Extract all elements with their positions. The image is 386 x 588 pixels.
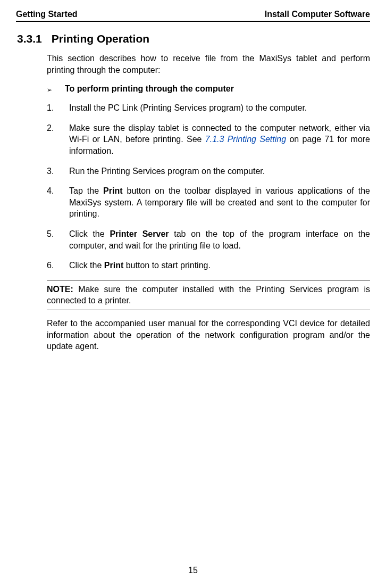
list-item: 5. Click the Printer Server tab on the t… [47, 228, 370, 251]
list-number: 6. [47, 260, 69, 271]
subheading-text: To perform printing through the computer [65, 84, 234, 94]
note-label: NOTE: [47, 285, 73, 294]
list-number: 2. [47, 122, 69, 157]
header-left: Getting Started [16, 10, 78, 19]
list-body: Tap the Print button on the toolbar disp… [69, 185, 370, 220]
list-body: Click the Print button to start printing… [69, 260, 370, 271]
bold-term: Print [104, 261, 123, 270]
closing-paragraph: Refer to the accompanied user manual for… [47, 318, 370, 352]
ordered-list: 1. Install the PC Link (Printing Service… [47, 102, 370, 271]
list-number: 3. [47, 165, 69, 177]
list-body: Install the PC Link (Printing Services p… [69, 102, 370, 114]
section-heading: 3.3.1Printing Operation [17, 32, 370, 45]
list-item: 1. Install the PC Link (Printing Service… [47, 102, 370, 114]
list-number: 5. [47, 228, 69, 251]
list-body: Make sure the display tablet is connecte… [69, 122, 370, 157]
intro-paragraph: This section describes how to receive fi… [47, 53, 370, 76]
list-body: Run the Printing Services program on the… [69, 165, 370, 177]
section-title: Printing Operation [52, 32, 149, 45]
list-item: 2. Make sure the display tablet is conne… [47, 122, 370, 157]
page-number: 15 [0, 566, 386, 575]
list-body: Click the Printer Server tab on the top … [69, 228, 370, 251]
list-number: 1. [47, 102, 69, 114]
section-number: 3.3.1 [17, 32, 42, 45]
note-block: NOTE: Make sure the computer installed w… [47, 280, 370, 310]
header-right: Install Computer Software [265, 10, 370, 19]
list-item: 6. Click the Print button to start print… [47, 260, 370, 271]
list-number: 4. [47, 185, 69, 220]
subheading-row: ➢ To perform printing through the comput… [47, 84, 370, 94]
arrow-icon: ➢ [47, 86, 52, 94]
page-header: Getting Started Install Computer Softwar… [16, 10, 370, 22]
bold-term: Printer Server [110, 229, 169, 238]
list-item: 3. Run the Printing Services program on … [47, 165, 370, 177]
cross-reference-link[interactable]: 7.1.3 Printing Setting [205, 135, 286, 144]
note-text: Make sure the computer installed with th… [47, 285, 370, 305]
list-item: 4. Tap the Print button on the toolbar d… [47, 185, 370, 220]
bold-term: Print [103, 186, 122, 195]
